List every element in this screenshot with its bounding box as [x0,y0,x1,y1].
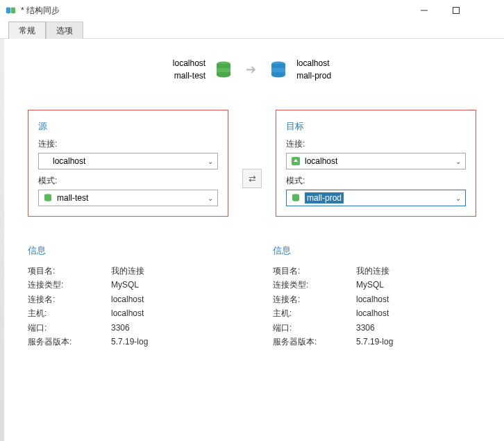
summary-source-conn: localhost [173,57,205,69]
source-schema-select[interactable]: mall-test ⌄ [38,190,218,206]
info-key: 服务器版本: [28,335,111,349]
target-schema-value: mall-prod [305,192,344,203]
target-info: 信息 项目名:我的连接 连接类型:MySQL 连接名:localhost 主机:… [273,244,476,349]
source-panel-title: 源 [38,120,218,133]
tab-general[interactable]: 常规 [8,22,46,39]
panels: 源 连接: localhost ⌄ 模式: mall-test ⌄ ⇄ [28,110,476,217]
info-val: MySQL [356,278,384,292]
svg-point-2 [6,12,10,14]
database-icon [214,60,233,79]
info-key: 连接名: [273,292,356,306]
info-key: 连接名: [28,292,111,306]
minimize-button[interactable] [408,0,440,21]
info-key: 项目名: [273,264,356,278]
target-connection-select[interactable]: localhost ⌄ [286,153,466,169]
info-title: 信息 [273,244,476,257]
source-connection-value: localhost [53,156,85,166]
swap-icon: ⇄ [249,174,256,184]
info-val: 5.7.19-log [356,335,393,349]
info-key: 连接类型: [273,278,356,292]
info-key: 主机: [273,306,356,320]
left-gutter [0,39,4,441]
info-val: localhost [356,292,389,306]
info-val: 我的连接 [111,264,144,278]
info-val: MySQL [111,278,139,292]
svg-rect-7 [453,8,460,14]
info-key: 主机: [28,306,111,320]
arrow-right-icon: ➔ [242,62,260,77]
info-val: localhost [111,292,144,306]
chevron-down-icon: ⌄ [455,158,461,165]
header-summary: localhost mall-test ➔ localhost mall-pro… [28,57,476,82]
target-panel-title: 目标 [286,120,466,133]
tab-options[interactable]: 选项 [46,22,83,39]
connection-icon [291,156,301,166]
info-val: 5.7.19-log [111,335,148,349]
target-schema-select[interactable]: mall-prod ⌄ [286,190,466,206]
info-title: 信息 [28,244,231,257]
source-schema-value: mall-test [57,193,88,203]
info-val: 3306 [356,321,375,335]
info-key: 端口: [28,321,111,335]
info-key: 服务器版本: [273,335,356,349]
svg-point-5 [11,12,15,14]
target-schema-label: 模式: [286,175,466,187]
chevron-down-icon: ⌄ [208,194,213,202]
info-key: 端口: [273,321,356,335]
source-schema-label: 模式: [38,175,218,187]
summary-source: localhost mall-test [173,57,205,82]
source-panel: 源 连接: localhost ⌄ 模式: mall-test ⌄ [28,110,228,217]
info-section: 信息 项目名:我的连接 连接类型:MySQL 连接名:localhost 主机:… [28,244,476,349]
database-icon [291,193,301,203]
database-icon [269,60,288,79]
source-connection-select[interactable]: localhost ⌄ [38,153,218,169]
content-area: localhost mall-test ➔ localhost mall-pro… [0,39,504,360]
swap-button[interactable]: ⇄ [242,169,262,188]
info-key: 连接类型: [28,278,111,292]
chevron-down-icon: ⌄ [455,194,461,202]
info-val: localhost [111,306,144,320]
info-val: 我的连接 [356,264,389,278]
summary-target-db: mall-prod [296,69,331,82]
database-icon [43,193,53,203]
info-val: 3306 [111,321,130,335]
window-controls [408,0,504,21]
chevron-down-icon: ⌄ [208,158,213,165]
tabs: 常规 选项 [0,21,504,39]
app-icon [6,5,17,16]
target-conn-label: 连接: [286,138,466,150]
target-panel: 目标 连接: localhost ⌄ 模式: [276,110,476,217]
summary-source-db: mall-test [173,69,205,82]
info-key: 项目名: [28,264,111,278]
summary-target-conn: localhost [296,57,331,69]
info-val: localhost [356,306,389,320]
target-connection-value: localhost [305,156,337,166]
window-title: * 结构同步 [21,5,60,17]
source-info: 信息 项目名:我的连接 连接类型:MySQL 连接名:localhost 主机:… [28,244,231,349]
titlebar: * 结构同步 [0,0,504,21]
maximize-button[interactable] [440,0,472,21]
summary-target: localhost mall-prod [296,57,331,82]
source-conn-label: 连接: [38,138,218,150]
